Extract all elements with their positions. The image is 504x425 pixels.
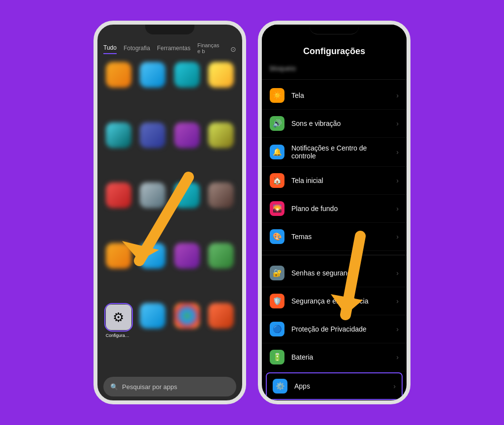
seguranca-icon: 🛡️ (270, 294, 284, 308)
settings-item-plano[interactable]: 🌄 Plano de fundo › (262, 195, 407, 223)
app-icon-img (174, 62, 200, 88)
app-icon-img (174, 182, 200, 208)
gear-icon[interactable]: ⊙ (230, 45, 236, 53)
app-icon-img (208, 182, 234, 208)
sons-icon: 🔊 (270, 116, 284, 131)
settings-app-label: Configurações (106, 333, 131, 338)
chevron-icon: › (396, 120, 399, 127)
list-item[interactable] (172, 182, 202, 239)
list-item[interactable] (138, 122, 168, 179)
chevron-icon: › (396, 205, 399, 212)
app-icon-img (174, 122, 200, 148)
chevron-icon: › (396, 297, 399, 305)
tab-financas[interactable]: Finanças e b (197, 42, 223, 56)
settings-item-bateria[interactable]: 🔋 Bateria › (262, 343, 407, 371)
app-icon-img (106, 122, 131, 148)
list-item[interactable] (103, 62, 134, 119)
app-icon-img (208, 243, 234, 269)
settings-item-apps[interactable]: ⚙️ Apps › (266, 372, 403, 400)
sons-label: Sons e vibração (291, 120, 389, 127)
settings-item-tela[interactable]: ☀️ Tela › (262, 82, 407, 110)
list-item[interactable] (103, 243, 134, 300)
app-icon-img (208, 62, 234, 88)
list-item[interactable] (172, 122, 202, 179)
app-icon-img (174, 243, 200, 269)
chevron-icon: › (396, 91, 399, 99)
search-placeholder: Pesquisar por apps (122, 383, 177, 391)
settings-app-icon[interactable]: ⚙ Configurações (103, 303, 134, 369)
chevron-icon: › (396, 353, 399, 361)
tab-fotografia[interactable]: Fotografia (124, 45, 150, 54)
chevron-icon: › (396, 269, 399, 277)
settings-item-privacidade[interactable]: 🔵 Proteção de Privacidade › (262, 315, 407, 343)
app-icon-img (106, 243, 131, 269)
settings-highlight-border: ⚙ (104, 303, 133, 332)
plano-icon: 🌄 (270, 201, 284, 216)
senhas-label: Senhas e segurança (291, 269, 389, 277)
list-item[interactable] (206, 303, 237, 369)
privacidade-label: Proteção de Privacidade (291, 325, 389, 333)
notch-bar (97, 25, 242, 40)
app-grid: ⚙ Configurações (97, 58, 242, 373)
temas-label: Temas (291, 233, 389, 241)
notch-right (310, 25, 359, 34)
notif-icon: 🔔 (270, 145, 284, 159)
right-phone: Configurações bloqueio ☀️ Tela › 🔊 Sons … (258, 21, 410, 404)
list-item[interactable] (138, 62, 168, 119)
settings-item-senhas[interactable]: 🔐 Senhas e segurança › (262, 259, 407, 287)
temas-icon: 🎨 (270, 229, 284, 244)
notif-label: Notificações e Centro de controle (291, 144, 389, 160)
app-icon-img (106, 182, 131, 208)
chevron-icon: › (396, 325, 399, 333)
settings-item-sons[interactable]: 🔊 Sons e vibração › (262, 110, 407, 138)
seguranca-label: Segurança e emergência (291, 297, 389, 305)
settings-item-tela-inicial[interactable]: 🏠 Tela inicial › (262, 167, 407, 195)
tela-inicial-icon: 🏠 (270, 173, 284, 188)
settings-list: bloqueio ☀️ Tela › 🔊 Sons e vibração › 🔔… (262, 60, 407, 400)
notch (145, 25, 194, 34)
list-item[interactable] (103, 182, 134, 239)
tela-icon: ☀️ (270, 88, 284, 103)
senhas-icon: 🔐 (270, 266, 284, 280)
tab-ferramentas[interactable]: Ferramentas (157, 45, 190, 54)
app-icon-img (106, 62, 131, 88)
list-item[interactable] (103, 122, 134, 179)
bateria-label: Bateria (291, 353, 389, 361)
app-icon-img (174, 303, 200, 329)
app-icon-img (140, 182, 165, 208)
tab-tudo[interactable]: Tudo (103, 44, 117, 54)
chevron-icon: › (396, 177, 399, 184)
list-item[interactable] (172, 243, 202, 300)
list-item[interactable] (206, 62, 237, 119)
settings-item-temas[interactable]: 🎨 Temas › (262, 223, 407, 251)
list-item[interactable] (206, 243, 237, 300)
list-item[interactable] (138, 303, 168, 369)
left-phone: Tudo Fotografia Ferramentas Finanças e b… (94, 21, 246, 404)
list-item[interactable] (138, 182, 168, 239)
list-item[interactable] (172, 62, 202, 119)
apps-icon: ⚙️ (273, 379, 287, 394)
app-icon-img (140, 243, 165, 269)
privacidade-icon: 🔵 (270, 322, 284, 336)
bateria-icon: 🔋 (270, 350, 284, 364)
tela-label: Tela (291, 91, 389, 99)
settings-icon-box: ⚙ (106, 304, 131, 330)
list-item[interactable] (206, 122, 237, 179)
search-bar[interactable]: 🔍 Pesquisar por apps (103, 377, 236, 396)
tela-inicial-label: Tela inicial (291, 177, 389, 184)
app-icon-img (140, 62, 165, 88)
list-item[interactable] (138, 243, 168, 300)
apps-label: Apps (294, 382, 386, 390)
settings-item-seguranca[interactable]: 🛡️ Segurança e emergência › (262, 287, 407, 315)
chevron-icon: › (396, 148, 399, 156)
list-item[interactable] (206, 182, 237, 239)
tabs-bar: Tudo Fotografia Ferramentas Finanças e b… (97, 40, 242, 58)
divider (262, 79, 407, 80)
list-item[interactable] (172, 303, 202, 369)
settings-title: Configurações (270, 46, 399, 57)
app-icon-img (140, 303, 165, 329)
chevron-icon: › (393, 382, 396, 390)
chevron-icon: › (396, 233, 399, 241)
settings-item-notif[interactable]: 🔔 Notificações e Centro de controle › (262, 138, 407, 167)
app-icon-img (140, 122, 165, 148)
